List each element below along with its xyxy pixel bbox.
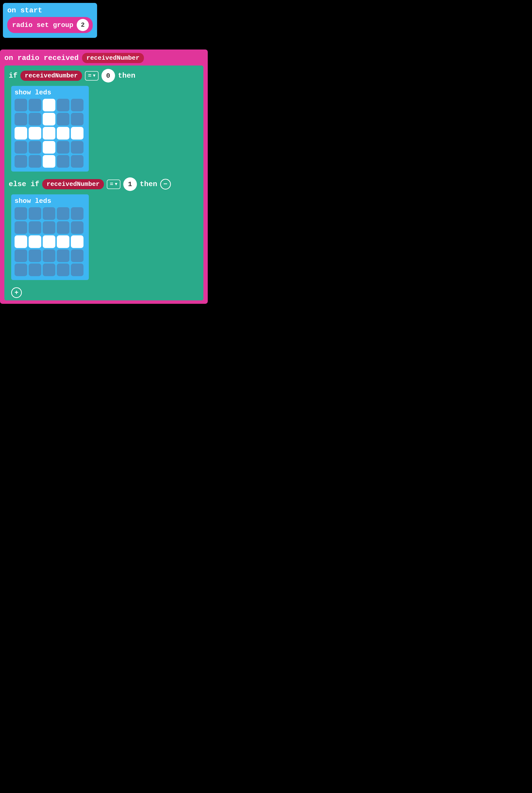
led-off-cell[interactable]: [43, 207, 55, 220]
led-on-cell[interactable]: [15, 235, 27, 248]
led-off-cell[interactable]: [28, 141, 41, 154]
if-received-number-pill[interactable]: receivedNumber: [20, 71, 82, 81]
led-off-cell[interactable]: [57, 264, 70, 276]
led-grid-1[interactable]: [15, 99, 86, 168]
led-off-cell[interactable]: [71, 141, 83, 154]
led-off-cell[interactable]: [28, 221, 41, 234]
then-label-2: then: [140, 180, 157, 188]
led-off-cell[interactable]: [71, 264, 83, 276]
led-on-cell[interactable]: [43, 127, 55, 139]
if-else-outer: if receivedNumber = ▼ 0 then show leds e…: [4, 65, 203, 301]
led-on-cell[interactable]: [15, 127, 27, 139]
if-value-bubble[interactable]: 0: [101, 69, 115, 82]
led-on-cell[interactable]: [28, 127, 41, 139]
on-start-block: on start radio set group 2: [3, 3, 97, 38]
led-off-cell[interactable]: [15, 264, 27, 276]
led-on-cell[interactable]: [57, 127, 70, 139]
on-radio-received-block: on radio received receivedNumber if rece…: [0, 50, 208, 304]
led-off-cell[interactable]: [43, 249, 55, 262]
led-off-cell[interactable]: [28, 264, 41, 276]
else-if-received-number-pill[interactable]: receivedNumber: [42, 179, 104, 189]
if-label: if: [9, 72, 18, 80]
led-off-cell[interactable]: [71, 207, 83, 220]
led-off-cell[interactable]: [57, 99, 70, 111]
led-off-cell[interactable]: [71, 113, 83, 125]
show-leds-label-2: show leds: [15, 197, 86, 205]
led-off-cell[interactable]: [71, 249, 83, 262]
led-off-cell[interactable]: [15, 141, 27, 154]
radio-set-group-label: radio set group: [12, 21, 73, 29]
led-off-cell[interactable]: [15, 249, 27, 262]
else-if-equals-label: =: [110, 181, 113, 188]
minus-icon: −: [163, 180, 168, 188]
show-leds-label-1: show leds: [15, 89, 86, 96]
led-off-cell[interactable]: [28, 113, 41, 125]
equals-label: =: [88, 73, 91, 79]
else-if-label: else if: [9, 180, 39, 188]
led-off-cell[interactable]: [57, 249, 70, 262]
led-on-cell[interactable]: [43, 235, 55, 248]
led-off-cell[interactable]: [28, 99, 41, 111]
else-if-dropdown-arrow-icon[interactable]: ▼: [115, 182, 117, 187]
led-on-cell[interactable]: [43, 155, 55, 168]
led-on-cell[interactable]: [57, 235, 70, 248]
dropdown-arrow-icon[interactable]: ▼: [93, 73, 96, 78]
led-on-cell[interactable]: [71, 127, 83, 139]
led-off-cell[interactable]: [15, 207, 27, 220]
add-condition-button[interactable]: +: [11, 287, 22, 298]
led-on-cell[interactable]: [43, 99, 55, 111]
led-off-cell[interactable]: [15, 99, 27, 111]
led-off-cell[interactable]: [71, 221, 83, 234]
led-off-cell[interactable]: [57, 155, 70, 168]
led-off-cell[interactable]: [71, 99, 83, 111]
led-off-cell[interactable]: [57, 221, 70, 234]
led-off-cell[interactable]: [57, 113, 70, 125]
radio-set-group-block[interactable]: radio set group 2: [7, 17, 93, 33]
then-label: then: [118, 72, 135, 80]
led-off-cell[interactable]: [28, 249, 41, 262]
led-off-cell[interactable]: [28, 207, 41, 220]
led-off-cell[interactable]: [15, 113, 27, 125]
led-off-cell[interactable]: [15, 155, 27, 168]
on-radio-received-header: on radio received receivedNumber: [4, 53, 203, 63]
equals-dropdown[interactable]: = ▼: [85, 71, 98, 81]
remove-condition-button[interactable]: −: [160, 179, 171, 190]
led-off-cell[interactable]: [57, 207, 70, 220]
else-if-value-bubble[interactable]: 1: [123, 177, 137, 191]
led-on-cell[interactable]: [43, 141, 55, 154]
show-leds-block-1: show leds: [11, 86, 89, 172]
else-if-equals-dropdown[interactable]: = ▼: [107, 179, 120, 189]
radio-group-value-bubble[interactable]: 2: [77, 19, 89, 31]
led-off-cell[interactable]: [43, 221, 55, 234]
else-if-row: else if receivedNumber = ▼ 1 then −: [4, 174, 203, 194]
led-off-cell[interactable]: [71, 155, 83, 168]
if-row: if receivedNumber = ▼ 0 then: [4, 65, 203, 86]
led-on-cell[interactable]: [71, 235, 83, 248]
led-off-cell[interactable]: [43, 264, 55, 276]
led-off-cell[interactable]: [28, 155, 41, 168]
led-off-cell[interactable]: [15, 221, 27, 234]
show-leds-block-2: show leds: [11, 194, 89, 280]
led-off-cell[interactable]: [57, 141, 70, 154]
on-start-label: on start: [7, 6, 93, 15]
led-on-cell[interactable]: [28, 235, 41, 248]
led-grid-2[interactable]: [15, 207, 86, 276]
led-on-cell[interactable]: [43, 113, 55, 125]
plus-icon: +: [15, 289, 19, 296]
on-radio-received-label: on radio received: [4, 54, 79, 62]
add-condition-row: +: [4, 283, 203, 301]
received-number-var-pill[interactable]: receivedNumber: [82, 53, 144, 63]
